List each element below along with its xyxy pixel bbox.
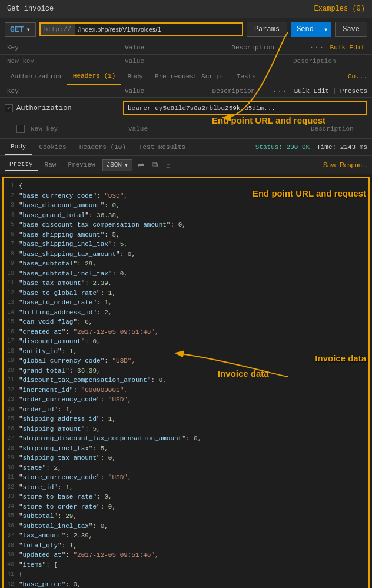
window-title: Get invoice (7, 5, 54, 13)
co-link[interactable]: Co... (348, 73, 367, 80)
json-line: 5 "base_discount_tax_compensation_amount… (4, 220, 368, 230)
resp-tab-cookies[interactable]: Cookies (33, 139, 72, 155)
json-line: 23 "order_currency_code": "USD", (4, 395, 368, 405)
headers-section: Key Value Description ··· Bulk Edit | Pr… (0, 85, 372, 139)
format-tab-pretty[interactable]: Pretty (5, 158, 38, 171)
auth-header-row: Authorization bearer uy5o81ld7s8a2rblbq2… (0, 98, 372, 119)
params-button[interactable]: Params (247, 22, 287, 37)
url-input-wrapper: http:// (39, 22, 243, 36)
send-button[interactable]: Send ▾ (291, 22, 331, 37)
json-line: 37 "tax_amount": 2.39, (4, 531, 368, 541)
hdr-actions: ··· Bulk Edit | Presets (269, 87, 367, 96)
json-line: 35 "subtotal": 29, (4, 511, 368, 521)
new-hdr-key-input[interactable] (28, 122, 122, 135)
auth-value[interactable]: bearer uy5o81ld7s8a2rblbq259kju5d1m... (124, 102, 366, 114)
new-hdr-val-input[interactable] (126, 122, 305, 135)
url-bar: GET ▾ http:// Params Send ▾ Save (0, 18, 372, 41)
json-format-select[interactable]: JSON ▾ (102, 159, 132, 171)
tab-headers[interactable]: Headers (1) (67, 68, 122, 85)
tab-prerequest[interactable]: Pre-request Script (149, 69, 231, 84)
desc-column-header: Description (229, 41, 305, 54)
hdr-val-label: Value (122, 85, 210, 97)
auth-checkbox[interactable] (5, 104, 13, 112)
json-line: 15 "can_void_flag": 0, (4, 317, 368, 327)
json-line: 30 "state": 2, (4, 463, 368, 473)
json-format-label: JSON (107, 161, 122, 168)
hdr-divider: | (333, 88, 337, 95)
new-hdr-checkbox[interactable] (16, 125, 25, 133)
new-value-input[interactable] (122, 55, 291, 68)
json-line: 26 "shipping_amount": 5, (4, 424, 368, 434)
json-line: 38 "total_qty": 1, (4, 541, 368, 551)
save-response-button[interactable]: Save Respon... (323, 161, 367, 168)
json-line: 27 "shipping_discount_tax_compensation_a… (4, 434, 368, 444)
json-line: 13 "base_to_order_rate": 1, (4, 298, 368, 308)
auth-key-label: Authorization (16, 104, 119, 112)
resp-tab-testresults[interactable]: Test Results (133, 139, 191, 155)
json-line: 36 "subtotal_incl_tax": 0, (4, 521, 368, 531)
format-tab-raw[interactable]: Raw (40, 159, 61, 171)
time-text: Time: 2243 ms (317, 144, 367, 151)
json-line: 25 "shipping_address_id": 1, (4, 414, 368, 424)
format-tab-preview[interactable]: Preview (63, 159, 99, 171)
json-line: 3 "base_discount_amount": 0, (4, 201, 368, 211)
json-line: 33 "store_to_base_rate": 0, (4, 492, 368, 502)
hdr-key-label: Key (5, 85, 122, 97)
response-tab-bar: Body Cookies Headers (10) Test Results S… (0, 139, 372, 156)
json-line: 17 "discount_amount": 0, (4, 337, 368, 347)
json-line: 6 "base_shipping_amount": 5, (4, 230, 368, 240)
json-line: 9 "base_subtotal": 29, (4, 259, 368, 269)
annotation-area: 1{2 "base_currency_code": "USD",3 "base_… (0, 177, 372, 588)
method-button[interactable]: GET ▾ (5, 22, 36, 37)
json-line: 20 "grand_total": 36.39, (4, 366, 368, 376)
json-line: 32 "store_id": 1, (4, 483, 368, 493)
method-label: GET (10, 25, 24, 34)
more-options-icon[interactable]: ··· (305, 43, 327, 52)
json-line: 18 "entity_id": 1, (4, 347, 368, 357)
status-text: Status: 200 OK (255, 144, 310, 151)
status-bar: Status: 200 OK Time: 2243 ms (255, 144, 367, 151)
tab-tests[interactable]: Tests (231, 69, 262, 84)
examples-link[interactable]: Examples (0) (314, 5, 365, 13)
json-line: 24 "order_id": 1, (4, 405, 368, 415)
align-icon[interactable]: ⇌ (135, 159, 147, 171)
send-dropdown-icon[interactable]: ▾ (320, 25, 331, 34)
hdr-more-icon[interactable]: ··· (269, 87, 291, 96)
tab-body[interactable]: Body (121, 69, 148, 84)
copy-icon[interactable]: ⧉ (150, 158, 161, 171)
resp-toolbar: Pretty Raw Preview JSON ▾ ⇌ ⧉ ⌕ Save Res… (0, 156, 372, 174)
new-desc-input[interactable] (291, 55, 367, 68)
send-label: Send (291, 25, 320, 34)
hdr-desc-label: Description (210, 85, 269, 97)
resp-tab-body[interactable]: Body (5, 139, 32, 155)
json-line: 7 "base_shipping_incl_tax": 5, (4, 240, 368, 250)
json-response-block: 1{2 "base_currency_code": "USD",3 "base_… (2, 177, 370, 588)
value-column-header: Value (122, 41, 229, 54)
json-line: 40 "items": [ (4, 560, 368, 570)
json-line: 28 "shipping_incl_tax": 5, (4, 444, 368, 454)
new-key-row (0, 55, 372, 68)
json-dropdown-icon: ▾ (124, 161, 128, 169)
json-line: 39 "updated_at": "2017-12-05 09:51:46", (4, 550, 368, 560)
url-prefix: http:// (41, 24, 75, 35)
search-icon[interactable]: ⌕ (163, 159, 174, 171)
json-line: 12 "base_to_global_rate": 1, (4, 288, 368, 298)
json-line: 4 "base_grand_total": 36.38, (4, 211, 368, 221)
params-header-row: Key Value Description ··· Bulk Edit (0, 41, 372, 55)
url-path-input[interactable] (75, 24, 242, 35)
tab-authorization[interactable]: Authorization (5, 69, 67, 84)
method-dropdown-icon: ▾ (26, 25, 30, 34)
save-button[interactable]: Save (335, 22, 367, 37)
bulk-edit-button[interactable]: Bulk Edit (328, 44, 367, 51)
resp-tab-headers[interactable]: Headers (10) (74, 139, 132, 155)
hdr-bulk-edit-button[interactable]: Bulk Edit (294, 88, 329, 95)
title-bar: Get invoice Examples (0) (0, 0, 372, 18)
json-line: 19 "global_currency_code": "USD", (4, 356, 368, 366)
json-line: 16 "created_at": "2017-12-05 09:51:46", (4, 327, 368, 337)
json-line: 14 "billing_address_id": 2, (4, 308, 368, 318)
new-hdr-desc-input[interactable] (308, 122, 367, 135)
json-line: 1{ (4, 181, 368, 191)
hdr-presets-button[interactable]: Presets (340, 88, 367, 95)
new-key-input[interactable] (5, 55, 122, 68)
json-line: 42 "base_price": 0, (4, 580, 368, 589)
